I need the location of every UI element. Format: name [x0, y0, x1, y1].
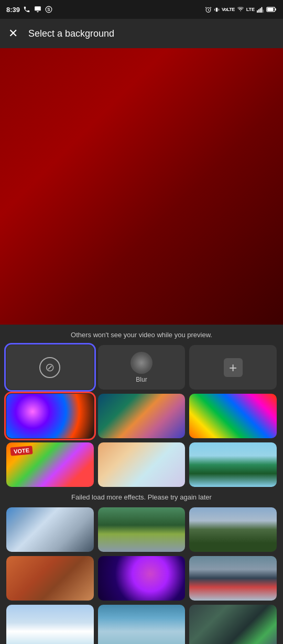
close-button[interactable]: ✕	[8, 28, 18, 39]
background-add[interactable]: +	[189, 345, 277, 390]
vote-label: VOTE	[10, 446, 32, 456]
svg-rect-8	[261, 7, 262, 13]
blur-label: Blur	[136, 376, 147, 383]
background-sky[interactable]	[6, 605, 94, 644]
background-seaplane[interactable]	[189, 556, 277, 601]
background-galaxy[interactable]	[98, 556, 186, 601]
svg-rect-4	[216, 7, 218, 11]
svg-rect-5	[257, 10, 258, 12]
background-swirls[interactable]	[98, 394, 186, 438]
background-canyon[interactable]	[6, 556, 94, 601]
signal-icon	[257, 6, 264, 13]
background-nature[interactable]	[98, 507, 186, 552]
background-vote[interactable]: VOTE	[6, 442, 94, 487]
background-sea2[interactable]	[98, 605, 186, 644]
background-bokeh[interactable]	[6, 394, 94, 438]
phone-icon	[23, 6, 30, 13]
lte-icon: LTE	[246, 7, 255, 12]
background-fantasy[interactable]	[98, 442, 186, 487]
status-bar: 8:39 S VoLTE LTE	[0, 0, 283, 19]
background-festival[interactable]	[6, 507, 94, 552]
status-left: 8:39 S	[6, 6, 52, 14]
bottom-panel: Others won't see your video while you pr…	[0, 325, 283, 644]
svg-text:S: S	[47, 7, 50, 12]
svg-rect-0	[35, 6, 41, 10]
shazam-icon: S	[45, 6, 52, 13]
status-right: VoLTE LTE	[205, 6, 277, 13]
time-display: 8:39	[6, 6, 20, 14]
none-icon: ⊘	[39, 357, 60, 378]
error-message: Failed load more effects. Please try aga…	[6, 491, 277, 503]
background-blur[interactable]: Blur	[98, 345, 186, 390]
volte-icon: VoLTE	[222, 7, 235, 12]
preview-area	[0, 48, 283, 325]
svg-rect-12	[267, 8, 274, 11]
page-title: Select a background	[28, 28, 114, 39]
messaging-icon	[34, 6, 42, 13]
svg-rect-6	[258, 9, 259, 12]
background-colorblock[interactable]	[189, 394, 277, 438]
wifi-icon	[237, 7, 244, 13]
svg-rect-7	[260, 8, 261, 12]
background-ocean[interactable]	[189, 442, 277, 487]
header-bar: ✕ Select a background	[0, 19, 283, 48]
vibrate-icon	[214, 6, 220, 13]
svg-rect-11	[275, 8, 276, 10]
svg-rect-9	[263, 9, 264, 13]
background-grid: ⊘ Blur + VOTE Failed load more effects. …	[0, 343, 283, 644]
background-room[interactable]	[189, 605, 277, 644]
alarm-icon	[205, 6, 212, 13]
add-icon: +	[224, 358, 243, 377]
preview-notice: Others won't see your video while you pr…	[0, 325, 283, 343]
blur-avatar	[130, 352, 153, 374]
background-none[interactable]: ⊘	[6, 345, 94, 390]
battery-icon	[266, 6, 277, 13]
background-mountain[interactable]	[189, 507, 277, 552]
